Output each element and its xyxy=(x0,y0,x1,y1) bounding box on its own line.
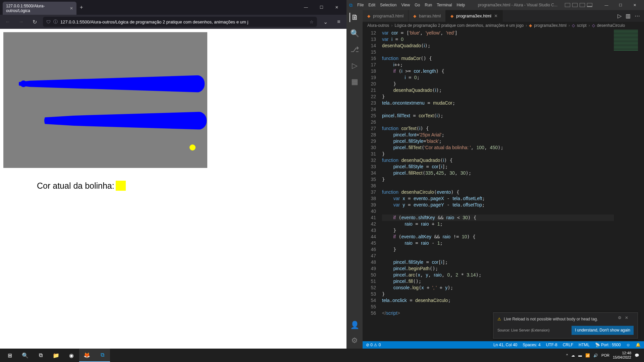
close-icon[interactable]: ✕ xyxy=(494,13,498,18)
run-icon[interactable]: ▷ xyxy=(618,13,622,19)
notification-action-button[interactable]: I understand, Don't show again xyxy=(572,326,634,335)
file-explorer-icon[interactable]: 📁 xyxy=(48,349,64,362)
address-bar: ← → ↻ 🛡 ⓘ 127.0.0.1:5500/Alura-outros/Ló… xyxy=(0,15,346,29)
search-icon[interactable]: 🔍 xyxy=(17,349,33,362)
firefox-window: 127.0.0.1:5500/Alura-outros/Lógica ✕ + —… xyxy=(0,0,346,349)
vscode-icon[interactable]: ⧉ xyxy=(95,349,110,362)
status-cursor[interactable]: Ln 41, Col 40 xyxy=(493,343,517,347)
tab-title: 127.0.0.1:5500/Alura-outros/Lógica xyxy=(6,4,67,13)
gear-icon[interactable]: ⚙ xyxy=(618,315,622,321)
language-indicator[interactable]: POR xyxy=(601,353,609,357)
close-icon[interactable]: ✕ xyxy=(70,6,73,11)
more-icon[interactable]: ⋯ xyxy=(635,13,640,19)
vscode-title-bar: ⧉ FileEditSelectionViewGoRunTerminalHelp… xyxy=(346,0,644,10)
html-file-icon: ◆ xyxy=(450,14,453,18)
close-button[interactable]: ✕ xyxy=(628,0,641,10)
reload-button[interactable]: ↻ xyxy=(30,17,40,27)
run-debug-icon[interactable]: ▷ xyxy=(350,61,359,70)
search-icon[interactable]: 🔍 xyxy=(350,29,359,38)
status-port[interactable]: 📡 Port : 5500 xyxy=(595,343,621,347)
cloud-icon[interactable]: ☁ xyxy=(571,353,575,358)
activity-bar: 🗎 🔍 ⎇ ▷ ▦ 👤 ⚙ xyxy=(346,10,363,349)
layout-icon[interactable] xyxy=(580,3,585,7)
line-numbers: 1213141516171819202122232425262728293031… xyxy=(363,29,382,341)
url-text: 127.0.0.1:5500/Alura-outros/Lógica de pr… xyxy=(60,19,248,24)
status-spaces[interactable]: Spaces: 4 xyxy=(523,343,540,347)
status-encoding[interactable]: UTF-8 xyxy=(546,343,557,347)
browser-tab[interactable]: 127.0.0.1:5500/Alura-outros/Lógica ✕ xyxy=(3,2,76,15)
windows-taskbar: ⊞ 🔍 ⧉ 📁 ◉ 🦊 ⧉ ^ ☁ ▬ 📶 🔊 POR 12:48 15/04/… xyxy=(0,349,644,362)
html-file-icon: ◆ xyxy=(413,14,416,18)
window-title: programa3ex.html - Alura - Visual Studio… xyxy=(478,3,557,7)
notifications-icon[interactable]: 💬 xyxy=(635,353,639,358)
code-editor[interactable]: 1213141516171819202122232425262728293031… xyxy=(363,29,644,341)
minimize-button[interactable]: — xyxy=(299,3,313,12)
menu-help[interactable]: Help xyxy=(457,3,465,7)
clock[interactable]: 12:48 15/04/2022 xyxy=(613,351,631,360)
minimap[interactable] xyxy=(612,29,639,89)
pocket-icon[interactable]: ⌄ xyxy=(320,17,330,27)
menu-edit[interactable]: Edit xyxy=(368,3,375,7)
color-swatch xyxy=(116,181,126,191)
system-tray[interactable]: ^ ☁ ▬ 📶 🔊 POR 12:48 15/04/2022 💬 xyxy=(566,351,642,360)
status-lang[interactable]: HTML xyxy=(579,343,590,347)
new-tab-button[interactable]: + xyxy=(80,4,83,10)
menu-go[interactable]: Go xyxy=(415,3,420,7)
browser-tab-bar: 127.0.0.1:5500/Alura-outros/Lógica ✕ + —… xyxy=(0,0,346,15)
task-view-icon[interactable]: ⧉ xyxy=(33,349,48,362)
feedback-icon[interactable]: ☺ xyxy=(626,343,630,347)
maximize-button[interactable]: ☐ xyxy=(314,3,328,12)
breadcrumb[interactable]: Alura-outros› Lógica de programação 2 pr… xyxy=(363,22,644,29)
explorer-icon[interactable]: 🗎 xyxy=(350,13,359,22)
layout-icon[interactable] xyxy=(565,3,570,7)
menu-selection[interactable]: Selection xyxy=(380,3,396,7)
warning-icon: ⚠ xyxy=(497,316,501,322)
page-content: Cor atual da bolinha: xyxy=(0,29,346,349)
star-icon[interactable]: ☆ xyxy=(310,19,314,24)
status-errors[interactable]: ⊘ 0 ⚠ 0 xyxy=(366,343,381,347)
status-bar: ⊘ 0 ⚠ 0 Ln 41, Col 40 Spaces: 4 UTF-8 CR… xyxy=(363,341,644,349)
info-icon: ⓘ xyxy=(53,19,58,25)
shield-icon: 🛡 xyxy=(46,19,51,24)
blue-streak xyxy=(19,75,205,93)
menu-file[interactable]: File xyxy=(357,3,364,7)
layout-icon[interactable] xyxy=(587,3,592,7)
firefox-icon[interactable]: 🦊 xyxy=(79,349,95,362)
blue-streak xyxy=(44,112,207,130)
start-button[interactable]: ⊞ xyxy=(2,349,17,362)
close-icon[interactable]: ✕ xyxy=(625,315,628,321)
notification-toast: ⚙ ✕ ⚠ Live Reload is not possible withou… xyxy=(493,312,638,339)
maximize-button[interactable]: ☐ xyxy=(614,0,627,10)
yellow-circle xyxy=(190,144,196,150)
html-file-icon: ◆ xyxy=(367,14,370,18)
canvas[interactable] xyxy=(3,32,207,168)
editor-tabs: ◆programa3.html◆barras.html◆programa3ex.… xyxy=(363,10,644,22)
wifi-icon[interactable]: 📶 xyxy=(585,353,590,358)
chevron-up-icon[interactable]: ^ xyxy=(566,353,568,357)
gear-icon[interactable]: ⚙ xyxy=(350,336,359,345)
editor-tab[interactable]: ◆programa3.html xyxy=(363,10,409,22)
page-label: Cor atual da bolinha: xyxy=(37,181,114,191)
url-field[interactable]: 🛡 ⓘ 127.0.0.1:5500/Alura-outros/Lógica d… xyxy=(43,17,317,27)
layout-icon[interactable] xyxy=(572,3,578,7)
battery-icon[interactable]: ▬ xyxy=(578,353,582,357)
editor-tab[interactable]: ◆barras.html xyxy=(409,10,446,22)
back-button[interactable]: ← xyxy=(3,17,13,27)
menu-terminal[interactable]: Terminal xyxy=(437,3,452,7)
source-control-icon[interactable]: ⎇ xyxy=(350,45,359,54)
close-button[interactable]: ✕ xyxy=(330,3,344,12)
status-eol[interactable]: CRLF xyxy=(563,343,573,347)
chrome-icon[interactable]: ◉ xyxy=(64,349,79,362)
forward-button[interactable]: → xyxy=(16,17,26,27)
bell-icon[interactable]: 🔔 xyxy=(636,343,641,347)
account-icon[interactable]: 👤 xyxy=(350,320,359,330)
menu-run[interactable]: Run xyxy=(425,3,432,7)
menu-icon[interactable]: ≡ xyxy=(334,17,344,27)
editor-tab[interactable]: ◆programa3ex.html✕ xyxy=(446,10,503,22)
volume-icon[interactable]: 🔊 xyxy=(593,353,598,358)
menu-view[interactable]: View xyxy=(401,3,410,7)
minimize-button[interactable]: — xyxy=(600,0,613,10)
split-editor-icon[interactable]: ▥ xyxy=(626,13,631,19)
notification-source: Source: Live Server (Extension) xyxy=(497,327,549,334)
extensions-icon[interactable]: ▦ xyxy=(350,77,359,86)
